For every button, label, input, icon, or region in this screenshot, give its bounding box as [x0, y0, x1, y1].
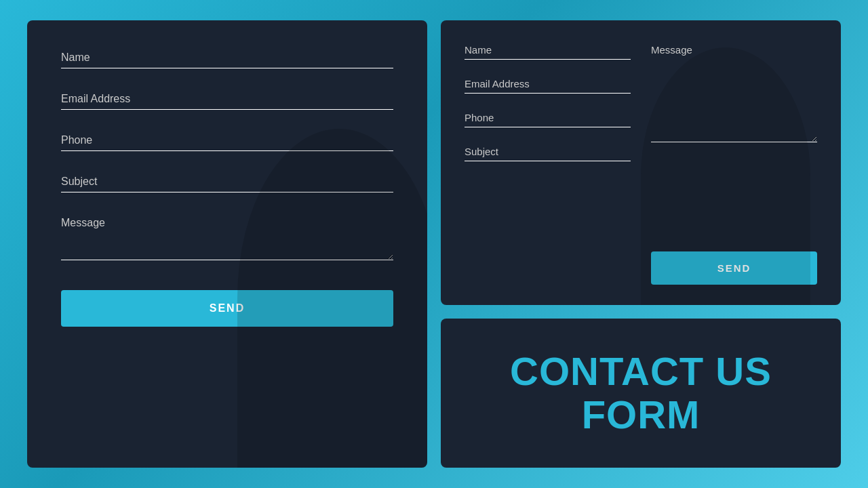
left-phone-input[interactable]: [61, 130, 393, 151]
contact-title-line2: FORM: [510, 393, 772, 436]
right-message-textarea[interactable]: [651, 41, 817, 142]
contact-title-line1: CONTACT US: [510, 350, 772, 393]
two-col-grid: Name Email Address Phone Subject: [465, 41, 817, 285]
right-email-group: Email Address: [465, 75, 631, 94]
left-name-input[interactable]: [61, 47, 393, 68]
left-email-input[interactable]: [61, 89, 393, 110]
right-email-input[interactable]: [465, 75, 631, 94]
right-send-button[interactable]: SEND: [651, 251, 817, 285]
right-left-col: Name Email Address Phone Subject: [465, 41, 631, 285]
right-name-input[interactable]: [465, 41, 631, 60]
left-message-textarea[interactable]: [61, 213, 393, 260]
right-subject-group: Subject: [465, 142, 631, 161]
right-column: Name Email Address Phone Subject: [441, 20, 841, 468]
left-phone-group: Phone: [61, 130, 393, 151]
left-name-group: Name: [61, 47, 393, 68]
right-message-col: Message SEND: [651, 41, 817, 285]
right-form-panel: Name Email Address Phone Subject: [441, 20, 841, 305]
left-send-button[interactable]: SEND: [61, 290, 393, 327]
right-phone-group: Phone: [465, 108, 631, 127]
right-subject-input[interactable]: [465, 142, 631, 161]
left-email-group: Email Address: [61, 89, 393, 110]
right-message-group: Message: [651, 41, 817, 230]
main-container: Name Email Address Phone Subject Message…: [27, 20, 841, 468]
contact-title-panel: CONTACT US FORM: [441, 319, 841, 468]
left-subject-input[interactable]: [61, 171, 393, 192]
contact-title: CONTACT US FORM: [510, 350, 772, 436]
left-message-group: Message: [61, 213, 393, 263]
left-subject-group: Subject: [61, 171, 393, 192]
left-form-panel: Name Email Address Phone Subject Message…: [27, 20, 427, 468]
right-phone-input[interactable]: [465, 108, 631, 127]
right-name-group: Name: [465, 41, 631, 60]
